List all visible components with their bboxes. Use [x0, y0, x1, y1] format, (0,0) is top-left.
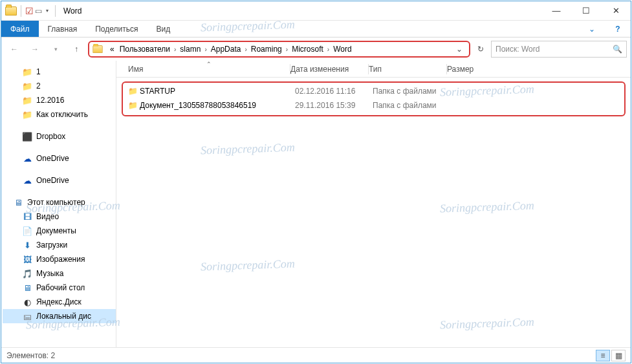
sidebar-item-label: OneDrive — [36, 176, 69, 185]
maximize-button[interactable]: ☐ — [571, 1, 601, 21]
sidebar-item-label: Загрузки — [36, 241, 67, 250]
sidebar-item-music[interactable]: 🎵Музыка — [3, 266, 116, 281]
refresh-button[interactable]: ↻ — [473, 45, 488, 54]
navigation-row: ← → ▾ ↑ « Пользователи › slamn › AppData… — [1, 37, 631, 61]
properties-icon[interactable]: ☑ — [25, 6, 34, 16]
details-view-button[interactable]: ≡ — [596, 350, 610, 361]
music-icon: 🎵 — [22, 268, 32, 279]
app-folder-icon — [5, 6, 17, 16]
recent-locations-button[interactable]: ▾ — [47, 40, 65, 58]
window-title: Word — [58, 6, 82, 16]
drive-icon: 🖴 — [22, 311, 32, 321]
breadcrumb-item[interactable]: Roaming — [248, 45, 285, 54]
column-header-size[interactable]: Размер — [447, 65, 499, 74]
explorer-window: ☑ ▭ ▾ Word — ☐ ✕ Файл Главная Поделиться… — [1, 1, 631, 363]
chevron-right-icon[interactable]: › — [173, 46, 177, 53]
search-icon[interactable]: 🔍 — [613, 45, 622, 54]
qat-customize-icon[interactable]: ▾ — [43, 8, 51, 14]
chevron-right-icon[interactable]: › — [243, 46, 248, 53]
sidebar-item-desktop[interactable]: 🖥Рабочий стол — [3, 281, 116, 295]
file-row[interactable]: 📁 Документ_130558788053846519 29.11.2016… — [128, 98, 619, 112]
yandex-disk-icon: ◐ — [22, 297, 32, 307]
sidebar-item-label: Изображения — [36, 255, 85, 264]
sidebar-item-label: Локальный дис — [36, 312, 91, 321]
sidebar-item-label: Dropbox — [36, 132, 65, 141]
address-bar[interactable]: « Пользователи › slamn › AppData › Roami… — [88, 41, 470, 58]
sidebar-item-onedrive[interactable]: ☁OneDrive — [3, 151, 116, 166]
minimize-button[interactable]: — — [541, 1, 571, 21]
folder-icon: 📁 — [128, 87, 140, 96]
sidebar-item-label: Видео — [36, 212, 59, 221]
breadcrumb-item[interactable]: slamn — [177, 45, 203, 54]
sidebar-item-pictures[interactable]: 🖼Изображения — [3, 252, 116, 266]
help-icon[interactable]: ? — [605, 21, 631, 37]
sidebar-item-yandex-disk[interactable]: ◐Яндекс.Диск — [3, 295, 116, 309]
new-folder-icon[interactable]: ▭ — [35, 6, 42, 16]
ribbon-tab-share[interactable]: Поделиться — [86, 21, 147, 37]
status-bar: Элементов: 2 ≡ ▦ — [1, 347, 631, 363]
sidebar-item-downloads[interactable]: ⬇Загрузки — [3, 238, 116, 252]
file-list[interactable]: 📁 STARTUP 02.12.2016 11:16 Папка с файла… — [116, 78, 631, 347]
quick-access-toolbar: ☑ ▭ ▾ — [1, 5, 58, 17]
chevron-right-icon[interactable]: › — [326, 46, 331, 53]
sidebar-item-local-disk[interactable]: 🖴Локальный дис — [3, 309, 116, 323]
column-headers: ⌃Имя Дата изменения Тип Размер — [116, 61, 631, 78]
ribbon-tab-home[interactable]: Главная — [39, 21, 87, 37]
download-icon: ⬇ — [22, 240, 32, 250]
sidebar-item-onedrive[interactable]: ☁OneDrive — [3, 173, 116, 187]
highlight-annotation: 📁 STARTUP 02.12.2016 11:16 Папка с файла… — [122, 81, 626, 116]
icons-view-button[interactable]: ▦ — [611, 350, 626, 361]
folder-icon: 📁 — [22, 67, 32, 77]
file-date: 29.11.2016 15:39 — [295, 101, 373, 110]
file-name: STARTUP — [140, 87, 295, 96]
breadcrumb-overflow[interactable]: « — [107, 45, 117, 54]
qat-separator — [21, 5, 21, 17]
content-pane: ⌃Имя Дата изменения Тип Размер 📁 STARTUP… — [116, 61, 631, 347]
main-area: 📁1 📁2 📁12.2016 📁Как отключить ⬛Dropbox ☁… — [1, 61, 631, 347]
sidebar-item[interactable]: 📁2 — [3, 79, 116, 93]
sidebar-item-label: Яндекс.Диск — [36, 297, 82, 306]
sidebar-item-this-pc[interactable]: 🖥Этот компьютер — [3, 195, 116, 209]
breadcrumb-item[interactable]: AppData — [208, 45, 244, 54]
column-header-name[interactable]: ⌃Имя — [128, 65, 290, 74]
document-icon: 📄 — [22, 226, 32, 236]
navigation-pane[interactable]: 📁1 📁2 📁12.2016 📁Как отключить ⬛Dropbox ☁… — [1, 61, 116, 347]
breadcrumb-item[interactable]: Пользователи — [117, 45, 173, 54]
sidebar-item-label: Рабочий стол — [36, 283, 85, 292]
ribbon-tab-view[interactable]: Вид — [147, 21, 179, 37]
folder-icon: 📁 — [128, 101, 140, 110]
onedrive-icon: ☁ — [22, 175, 32, 186]
forward-button[interactable]: → — [26, 40, 44, 58]
folder-icon: 📁 — [22, 81, 32, 91]
close-button[interactable]: ✕ — [601, 1, 631, 21]
ribbon-expand-icon[interactable]: ⌄ — [579, 21, 605, 37]
sidebar-item[interactable]: 📁Как отключить — [3, 107, 116, 122]
window-controls: — ☐ ✕ — [541, 1, 631, 21]
item-count: Элементов: 2 — [6, 351, 55, 360]
sidebar-item-documents[interactable]: 📄Документы — [3, 224, 116, 238]
sidebar-item-dropbox[interactable]: ⬛Dropbox — [3, 129, 116, 144]
sidebar-item-videos[interactable]: 🎞Видео — [3, 209, 116, 224]
file-type: Папка с файлами — [373, 87, 463, 96]
file-date: 02.12.2016 11:16 — [295, 87, 373, 96]
chevron-right-icon[interactable]: › — [203, 46, 208, 53]
breadcrumb-item[interactable]: Word — [331, 45, 354, 54]
sidebar-item[interactable]: 📁12.2016 — [3, 93, 116, 107]
file-row[interactable]: 📁 STARTUP 02.12.2016 11:16 Папка с файла… — [128, 84, 619, 98]
search-input[interactable]: Поиск: Word 🔍 — [491, 41, 627, 58]
chevron-right-icon[interactable]: › — [285, 46, 289, 53]
column-header-date[interactable]: Дата изменения — [290, 65, 368, 74]
sidebar-item[interactable]: 📁1 — [3, 65, 116, 79]
sidebar-item-label: Музыка — [36, 269, 63, 278]
ribbon-tab-file[interactable]: Файл — [1, 21, 39, 37]
sidebar-item-label: 12.2016 — [36, 96, 64, 105]
breadcrumb-item[interactable]: Microsoft — [289, 45, 326, 54]
address-dropdown-icon[interactable]: ⌄ — [452, 45, 466, 54]
up-button[interactable]: ↑ — [67, 40, 85, 58]
sidebar-item-label: 2 — [36, 81, 41, 91]
desktop-icon: 🖥 — [22, 283, 32, 293]
sidebar-item-label: Как отключить — [36, 110, 88, 119]
video-icon: 🎞 — [22, 211, 32, 222]
column-header-type[interactable]: Тип — [369, 65, 446, 74]
back-button[interactable]: ← — [5, 40, 23, 58]
